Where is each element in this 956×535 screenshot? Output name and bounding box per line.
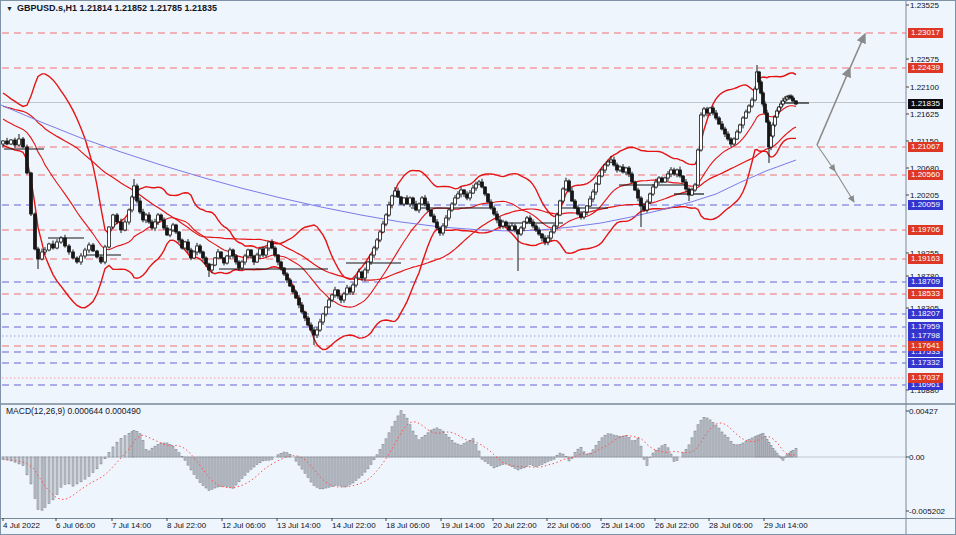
resistance-price-badge: 1.19706 [908,225,943,235]
macd-axis-label: 0.00427 [909,407,938,416]
macd-axis-label: 0.00 [909,453,925,462]
chart-symbol-title: ▼GBPUSD.s,H1 1.21814 1.21852 1.21785 1.2… [6,3,217,13]
current-price-badge: 1.21835 [908,99,943,109]
time-axis-label: 8 Jul 22:00 [167,521,206,530]
resistance-price-badge: 1.18533 [908,289,943,299]
support-price-badge: 1.17798 [908,331,943,341]
time-axis-label: 26 Jul 22:00 [655,521,699,530]
time-axis-label: 6 Jul 06:00 [56,521,95,530]
time-axis-label: 20 Jul 22:00 [493,521,537,530]
time-axis-label: 28 Jul 06:00 [709,521,753,530]
time-axis-label: 19 Jul 14:00 [441,521,485,530]
time-axis-label: 18 Jul 06:00 [386,521,430,530]
support-price-badge: 1.18709 [908,277,943,287]
bollinger-bands[interactable] [3,73,796,350]
blue-moving-average[interactable] [1,105,796,231]
resistance-price-badge: 1.20560 [908,170,943,180]
resistance-price-badge: 1.17641 [908,341,943,351]
projection-arrows[interactable] [817,34,865,202]
support-price-badge: 1.17332 [908,358,943,368]
symbol-dropdown-icon[interactable]: ▼ [6,5,13,12]
price-axis-label: 1.23525 [910,1,939,10]
resistance-price-badge: 1.17037 [908,373,943,383]
time-axis-label: 29 Jul 14:00 [764,521,808,530]
price-axis-label: 1.21625 [910,110,939,119]
time-axis-label: 25 Jul 14:00 [601,521,645,530]
support-price-badge: 1.18207 [908,309,943,319]
macd-histogram [2,411,797,511]
price-axis-label: 1.20205 [910,191,939,200]
resistance-price-badge: 1.22439 [908,63,943,73]
time-axis-label: 13 Jul 14:00 [277,521,321,530]
resistance-price-badge: 1.21067 [908,142,943,152]
resistance-price-badge: 1.19163 [908,254,943,264]
time-axis-label: 22 Jul 06:00 [547,521,591,530]
macd-axis-label: -0.005202 [909,507,945,516]
price-axis-label: 1.22100 [910,83,939,92]
time-axis-label: 14 Jul 22:00 [332,521,376,530]
time-axis-label: 7 Jul 14:00 [112,521,151,530]
resistance-price-badge: 1.23017 [908,28,943,38]
macd-indicator-label: MACD(12,26,9) 0.000644 0.000490 [6,406,141,416]
chart-canvas[interactable] [1,1,956,535]
trading-chart-window: ▼GBPUSD.s,H1 1.21814 1.21852 1.21785 1.2… [0,0,956,535]
symbol-ohlc-text: GBPUSD.s,H1 1.21814 1.21852 1.21785 1.21… [17,3,217,13]
time-axis-label: 12 Jul 06:00 [222,521,266,530]
time-axis-label: 4 Jul 2022 [3,521,40,530]
support-price-badge: 1.20059 [908,200,943,210]
